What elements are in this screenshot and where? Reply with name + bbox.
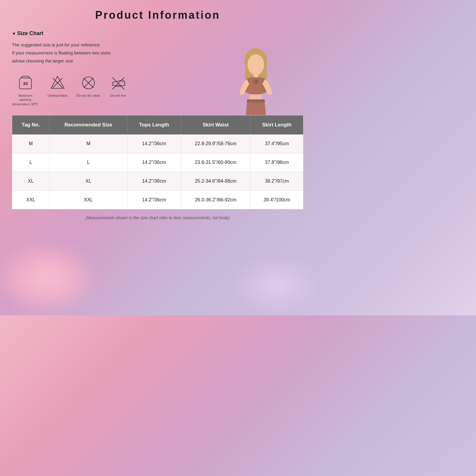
col-header-waist: Skirt Waist [181,115,250,134]
table-cell: 23.6-31.5"/60-80cm [181,153,250,172]
table-cell: 37.4"/95cm [250,134,303,153]
iron-label: Do not iron [110,93,126,98]
size-chart-heading: Size Chart [12,30,298,37]
bg-decoration-right [232,256,315,315]
table-cell: XXL [12,190,49,209]
no-dry-clean-icon [79,74,97,92]
bleach-label: Unbleachable [48,93,68,98]
table-cell: M [12,134,49,153]
table-cell: 22.8-29.9"/58-76cm [181,134,250,153]
table-cell: 39.4"/100cm [250,190,303,209]
table-cell: XL [12,172,49,190]
table-body: MM14.2"/36cm22.8-29.9"/58-76cm37.4"/95cm… [12,134,303,209]
table-cell: 14.2"/36cm [127,153,181,172]
dry-clean-label: Do not dry clean [76,93,100,98]
table-row: XXLXXL14.2"/36cm26.0-36.2"/66-92cm39.4"/… [12,190,303,209]
size-table: Tag No. Recommended Size Tops Length Ski… [12,115,303,209]
no-bleach-icon [49,74,67,92]
care-item-wash: 30 Maximum washing temperature 30℃ [12,74,39,106]
col-header-length: Skirt Length [250,115,303,134]
bg-decoration-left [0,241,98,315]
svg-rect-7 [116,85,120,87]
table-cell: 25.2-34.6"/64-88cm [181,172,250,190]
table-cell: 26.0-36.2"/66-92cm [181,190,250,209]
svg-point-12 [248,54,264,75]
table-cell: 14.2"/36cm [127,172,181,190]
page-wrapper: Product Information Size Chart The sugge… [0,0,315,315]
table-cell: 37.8"/96cm [250,153,303,172]
table-cell: L [49,153,127,172]
table-cell: XL [49,172,127,190]
table-cell: 14.2"/36cm [127,190,181,209]
col-header-tops: Tops Length [127,115,181,134]
care-item-bleach: Unbleachable [48,74,68,98]
page-title: Product Information [12,9,303,21]
no-iron-icon [109,74,127,92]
size-table-container: Tag No. Recommended Size Tops Length Ski… [12,115,303,209]
footnote: (Measurements shown in the size chart re… [12,215,303,220]
col-header-recommended: Recommended Size [49,115,127,134]
table-row: LL14.2"/36cm23.6-31.5"/60-80cm37.8"/96cm [12,153,303,172]
care-item-iron: Do not iron [109,74,127,98]
table-row: XLXL14.2"/36cm25.2-34.6"/64-88cm38.2"/97… [12,172,303,190]
table-cell: M [49,134,127,153]
wash-label: Maximum washing temperature 30℃ [12,93,39,106]
col-header-tag: Tag No. [12,115,49,134]
svg-text:30: 30 [23,81,28,86]
table-cell: 14.2"/36cm [127,134,181,153]
care-item-dry-clean: Do not dry clean [76,74,100,98]
wash-icon: 30 [16,74,34,92]
svg-point-8 [122,81,123,82]
table-cell: XXL [49,190,127,209]
table-cell: 38.2"/97cm [250,172,303,190]
table-header-row: Tag No. Recommended Size Tops Length Ski… [12,115,303,134]
table-row: MM14.2"/36cm22.8-29.9"/58-76cm37.4"/95cm [12,134,303,153]
table-cell: L [12,153,49,172]
top-section: Size Chart The suggested size is just fo… [12,30,303,106]
